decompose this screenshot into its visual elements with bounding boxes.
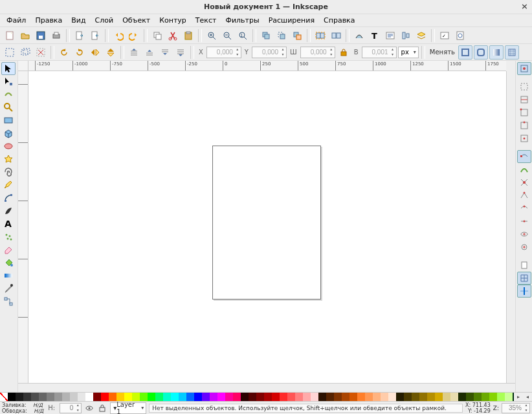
- swatch[interactable]: [287, 393, 295, 401]
- prefs-button[interactable]: ✓: [438, 28, 452, 43]
- canvas[interactable]: [28, 71, 506, 383]
- swatch[interactable]: [132, 393, 140, 401]
- menu-layer[interactable]: Слой: [91, 15, 118, 26]
- snap-smooth-button[interactable]: [517, 202, 531, 215]
- swatch[interactable]: [256, 393, 264, 401]
- layer-select[interactable]: ▾Layer 1: [110, 402, 146, 414]
- swatch[interactable]: [186, 393, 194, 401]
- swatch[interactable]: [233, 393, 241, 401]
- x-input[interactable]: ▴▾: [206, 47, 241, 58]
- menu-path[interactable]: Контур: [155, 15, 190, 26]
- swatch[interactable]: [116, 393, 124, 401]
- snap-path-button[interactable]: [517, 163, 531, 176]
- affect-gradient-button[interactable]: [489, 45, 504, 60]
- swatch[interactable]: [210, 393, 217, 401]
- new-button[interactable]: [3, 28, 17, 43]
- xml-button[interactable]: [383, 28, 397, 43]
- copy-button[interactable]: [150, 28, 164, 43]
- rotate-cw-button[interactable]: [72, 45, 87, 60]
- doc-prefs-button[interactable]: [453, 28, 467, 43]
- swatch[interactable]: [163, 393, 171, 401]
- spray-tool[interactable]: [1, 230, 16, 243]
- swatch[interactable]: [148, 393, 155, 401]
- raise-top-button[interactable]: [127, 45, 141, 60]
- palette-scroll-icon[interactable]: ▸: [514, 393, 523, 401]
- clone-button[interactable]: [274, 28, 289, 43]
- affect-stroke-button[interactable]: [458, 45, 472, 60]
- flip-v-button[interactable]: [104, 45, 118, 60]
- swatch[interactable]: [124, 393, 132, 401]
- menu-filters[interactable]: Фильтры: [221, 15, 263, 26]
- swatch[interactable]: [280, 393, 287, 401]
- swatch[interactable]: [326, 393, 334, 401]
- redo-button[interactable]: [127, 28, 141, 43]
- menu-text[interactable]: Текст: [192, 15, 221, 26]
- swatch[interactable]: [225, 393, 233, 401]
- snap-grid-button[interactable]: [517, 272, 531, 285]
- duplicate-button[interactable]: [259, 28, 273, 43]
- scrollbar-vertical[interactable]: [506, 71, 515, 383]
- paste-button[interactable]: [181, 28, 195, 43]
- swatch[interactable]: [419, 393, 427, 401]
- zoom-input[interactable]: ▴▾: [502, 403, 530, 413]
- fill-stroke-indicator[interactable]: Заливка: Н/Д Обводка: Н/Д: [2, 402, 43, 414]
- swatch[interactable]: [349, 393, 357, 401]
- swatch[interactable]: [412, 393, 419, 401]
- lower-button[interactable]: [158, 45, 172, 60]
- snap-rotation-button[interactable]: [517, 241, 531, 254]
- cut-button[interactable]: [166, 28, 180, 43]
- layers-button[interactable]: [414, 28, 428, 43]
- swatch[interactable]: [357, 393, 365, 401]
- ruler-vertical[interactable]: [18, 71, 28, 383]
- print-button[interactable]: [49, 28, 63, 43]
- swatch[interactable]: [194, 393, 202, 401]
- swatch[interactable]: [342, 393, 349, 401]
- swatch[interactable]: [109, 393, 116, 401]
- snap-node-button[interactable]: [517, 150, 531, 163]
- y-input[interactable]: ▴▾: [252, 47, 287, 58]
- snap-enable-button[interactable]: [517, 62, 531, 75]
- swatch[interactable]: [303, 393, 311, 401]
- import-button[interactable]: [72, 28, 87, 43]
- swatch[interactable]: [474, 393, 482, 401]
- text-dialog-button[interactable]: T: [368, 28, 382, 43]
- save-button[interactable]: [34, 28, 48, 43]
- group-button[interactable]: [313, 28, 327, 43]
- swatch[interactable]: [497, 393, 505, 401]
- snap-bbox-button[interactable]: [517, 80, 531, 93]
- swatch[interactable]: [381, 393, 388, 401]
- affect-pattern-button[interactable]: [505, 45, 519, 60]
- swatch[interactable]: [39, 393, 47, 401]
- snap-bbox-midpoint-button[interactable]: [517, 119, 531, 132]
- swatch[interactable]: [318, 393, 326, 401]
- swatch[interactable]: [435, 393, 443, 401]
- export-button[interactable]: [88, 28, 102, 43]
- deselect-button[interactable]: [34, 45, 48, 60]
- swatch[interactable]: [373, 393, 381, 401]
- swatch[interactable]: [70, 393, 78, 401]
- unit-select[interactable]: px: [398, 47, 419, 58]
- close-icon[interactable]: ×: [521, 1, 528, 11]
- swatch[interactable]: [202, 393, 210, 401]
- menu-object[interactable]: Объект: [118, 15, 154, 26]
- w-input[interactable]: ▴▾: [300, 47, 335, 58]
- swatch[interactable]: [85, 393, 93, 401]
- swatch[interactable]: [388, 393, 396, 401]
- rotate-ccw-button[interactable]: [57, 45, 71, 60]
- swatch[interactable]: [217, 393, 225, 401]
- connector-tool[interactable]: [1, 295, 16, 308]
- ellipse-tool[interactable]: [1, 140, 16, 153]
- snap-page-button[interactable]: [517, 259, 531, 272]
- zoom-out-button[interactable]: [220, 28, 234, 43]
- swatch[interactable]: [31, 393, 39, 401]
- opacity-input[interactable]: ▴▾: [60, 403, 82, 413]
- scrollbar-horizontal[interactable]: [28, 383, 506, 392]
- swatch[interactable]: [241, 393, 249, 401]
- palette-menu-icon[interactable]: ◂: [523, 393, 532, 401]
- snap-bbox-corner-button[interactable]: [517, 106, 531, 119]
- menu-extensions[interactable]: Расширения: [265, 15, 318, 26]
- eraser-tool[interactable]: [1, 243, 16, 256]
- swatch[interactable]: [93, 393, 101, 401]
- select-all-layers-button[interactable]: [18, 45, 32, 60]
- bezier-tool[interactable]: [1, 191, 16, 204]
